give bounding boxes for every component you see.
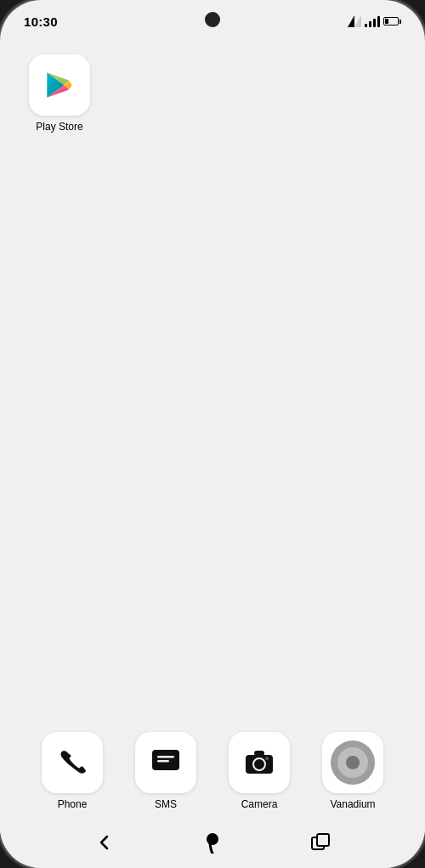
camera-icon <box>243 746 275 779</box>
svg-rect-17 <box>317 834 329 846</box>
play-store-app[interactable]: Play Store <box>26 54 94 133</box>
phone-frame: 10:30 <box>0 0 425 868</box>
app-grid: Play Store <box>26 54 400 133</box>
home-icon <box>203 831 222 854</box>
svg-point-15 <box>207 833 218 845</box>
phone-icon <box>57 747 88 778</box>
svg-rect-7 <box>157 756 174 758</box>
vanadium-icon-wrapper <box>322 732 383 793</box>
svg-point-14 <box>265 757 269 760</box>
home-button[interactable] <box>192 822 233 863</box>
vanadium-icon <box>331 740 375 785</box>
phone-icon-wrapper <box>42 732 103 793</box>
nav-bar <box>0 817 425 868</box>
wifi-icon <box>348 15 361 27</box>
phone-label: Phone <box>58 798 88 810</box>
battery-icon <box>383 17 401 26</box>
vanadium-label: Vanadium <box>330 798 375 810</box>
camera-app[interactable]: Camera <box>229 732 290 810</box>
camera-icon-wrapper <box>229 732 290 793</box>
camera-notch <box>205 12 220 27</box>
status-bar: 10:30 <box>0 0 425 37</box>
play-store-icon <box>41 66 78 104</box>
sms-label: SMS <box>155 798 177 810</box>
camera-label: Camera <box>241 798 278 810</box>
sms-app[interactable]: SMS <box>135 732 196 810</box>
status-icons <box>348 15 401 27</box>
vanadium-app[interactable]: Vanadium <box>322 732 383 810</box>
play-store-label: Play Store <box>36 121 82 133</box>
recents-button[interactable] <box>300 822 341 863</box>
svg-rect-11 <box>254 751 264 756</box>
sms-icon-wrapper <box>135 732 196 793</box>
home-screen: Play Store <box>0 37 425 757</box>
sms-icon <box>150 746 182 779</box>
back-button[interactable] <box>84 822 125 863</box>
recents-icon <box>310 832 331 853</box>
status-time: 10:30 <box>24 14 58 29</box>
svg-point-13 <box>256 761 263 768</box>
phone-app[interactable]: Phone <box>42 732 103 810</box>
svg-marker-1 <box>354 15 361 27</box>
back-icon <box>95 833 114 852</box>
svg-rect-8 <box>157 760 169 763</box>
dock: Phone SMS <box>0 722 425 817</box>
play-store-icon-wrapper <box>29 54 90 116</box>
svg-marker-0 <box>348 15 354 27</box>
signal-icon <box>365 15 380 27</box>
